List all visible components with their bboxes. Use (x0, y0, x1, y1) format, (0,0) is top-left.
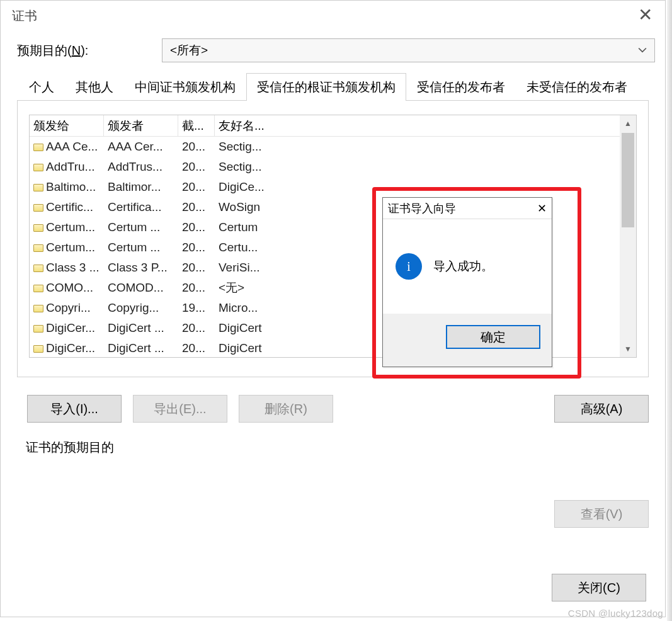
header-issued-to[interactable]: 颁发给 (30, 115, 104, 137)
tab-trusted-publishers[interactable]: 受信任的发布者 (406, 73, 516, 101)
cell-issued-to: AddTru... (30, 159, 104, 175)
cell-issued-to: AAA Ce... (30, 139, 104, 155)
close-button[interactable]: 关闭(C) (552, 574, 646, 601)
cell-issued-to: DigiCer... (30, 320, 104, 336)
view-button[interactable]: 查看(V) (554, 500, 649, 528)
cell-issued-by: AAA Cer... (104, 139, 178, 155)
certificate-window: 证书 ✕ 预期目的(N): <所有> 个人 其他人 中间证书颁发机构 受信任的根… (0, 0, 666, 617)
cell-issued-by: Class 3 P... (104, 259, 178, 276)
cell-expiry: 20... (178, 159, 215, 175)
cell-issued-by: Copyrig... (104, 300, 178, 316)
export-button[interactable]: 导出(E)... (133, 395, 227, 423)
delete-button[interactable]: 删除(R) (239, 395, 333, 423)
tab-untrusted-publishers[interactable]: 未受信任的发布者 (516, 73, 638, 101)
advanced-button[interactable]: 高级(A) (554, 395, 649, 423)
dialog-close-button[interactable]: ✕ (537, 202, 547, 215)
certificate-icon (33, 325, 43, 333)
titlebar: 证书 (1, 1, 665, 26)
table-row[interactable]: Baltimo...Baltimor...20...DigiCe... (30, 177, 636, 197)
watermark: CSDN @lucky123dog (568, 608, 663, 618)
purpose-select[interactable]: <所有> (162, 38, 655, 62)
certificate-icon (33, 224, 43, 232)
edge-shadow (667, 0, 672, 621)
cell-issued-to: Certum... (30, 239, 104, 256)
cell-friendly-name: Sectig... (215, 139, 636, 155)
chevron-down-icon (638, 46, 647, 55)
tab-strip: 个人 其他人 中间证书颁发机构 受信任的根证书颁发机构 受信任的发布者 未受信任… (1, 67, 665, 100)
cell-issued-by: COMOD... (104, 280, 178, 296)
dialog-message: 导入成功。 (433, 258, 493, 275)
cell-expiry: 20... (178, 259, 215, 276)
tab-panel: 颁发给 颁发者 截... 友好名... AAA Ce...AAA Cer...2… (17, 100, 649, 377)
dialog-ok-button[interactable]: 确定 (446, 325, 540, 349)
scroll-thumb[interactable] (622, 133, 634, 227)
purpose-select-value: <所有> (170, 42, 208, 59)
cell-expiry: 20... (178, 239, 215, 256)
cell-issued-by: Certifica... (104, 199, 178, 215)
certificate-icon (33, 345, 43, 353)
certificate-icon (33, 144, 43, 151)
import-wizard-dialog: 证书导入向导 ✕ i 导入成功。 确定 (382, 197, 552, 367)
certificate-icon (33, 164, 43, 171)
certificate-icon (33, 204, 43, 212)
cell-expiry: 20... (178, 179, 215, 195)
cell-expiry: 20... (178, 320, 215, 336)
certificate-icon (33, 265, 43, 272)
dialog-title: 证书导入向导 (388, 201, 456, 216)
info-icon: i (396, 253, 422, 280)
cell-issued-to: Copyri... (30, 300, 104, 316)
certificate-icon (33, 184, 43, 191)
cell-expiry: 20... (178, 280, 215, 296)
table-row[interactable]: AddTru...AddTrus...20...Sectig... (30, 157, 636, 177)
window-title: 证书 (12, 8, 37, 25)
cell-issued-to: DigiCer... (30, 340, 104, 356)
cell-expiry: 20... (178, 199, 215, 215)
cell-friendly-name: DigiCe... (215, 179, 636, 195)
scrollbar[interactable]: ▲ ▼ (620, 115, 636, 357)
header-issued-by[interactable]: 颁发者 (104, 115, 178, 137)
header-friendly-name[interactable]: 友好名... (215, 115, 636, 137)
certificate-icon (33, 305, 43, 312)
tab-trusted-root-ca[interactable]: 受信任的根证书颁发机构 (246, 73, 406, 101)
cell-expiry: 19... (178, 300, 215, 316)
cell-friendly-name: Sectig... (215, 159, 636, 175)
list-headers: 颁发给 颁发者 截... 友好名... (30, 115, 636, 137)
cell-issued-by: Baltimor... (104, 179, 178, 195)
cell-issued-to: Certum... (30, 219, 104, 236)
tab-personal[interactable]: 个人 (18, 73, 65, 101)
cell-issued-to: COMO... (30, 280, 104, 296)
cell-expiry: 20... (178, 340, 215, 356)
import-button[interactable]: 导入(I)... (27, 395, 122, 423)
purpose-label: 预期目的(N): (17, 42, 162, 59)
cell-expiry: 20... (178, 139, 215, 155)
cell-issued-by: AddTrus... (104, 159, 178, 175)
cell-issued-by: DigiCert ... (104, 340, 178, 356)
cell-expiry: 20... (178, 219, 215, 236)
certificate-icon (33, 244, 43, 252)
tab-others[interactable]: 其他人 (65, 73, 124, 101)
cell-issued-to: Baltimo... (30, 179, 104, 195)
scroll-down-icon[interactable]: ▼ (620, 341, 636, 357)
cell-issued-to: Class 3 ... (30, 259, 104, 276)
cell-issued-by: Certum ... (104, 239, 178, 256)
tab-intermediate-ca[interactable]: 中间证书颁发机构 (124, 73, 246, 101)
purpose-details-label: 证书的预期目的 (1, 423, 665, 456)
cell-issued-to: Certific... (30, 199, 104, 215)
table-row[interactable]: AAA Ce...AAA Cer...20...Sectig... (30, 137, 636, 157)
cell-issued-by: DigiCert ... (104, 320, 178, 336)
cell-issued-by: Certum ... (104, 219, 178, 236)
window-close-button[interactable]: ✕ (632, 4, 658, 25)
scroll-up-icon[interactable]: ▲ (620, 115, 636, 132)
certificate-icon (33, 285, 43, 292)
header-expiry[interactable]: 截... (178, 115, 215, 137)
